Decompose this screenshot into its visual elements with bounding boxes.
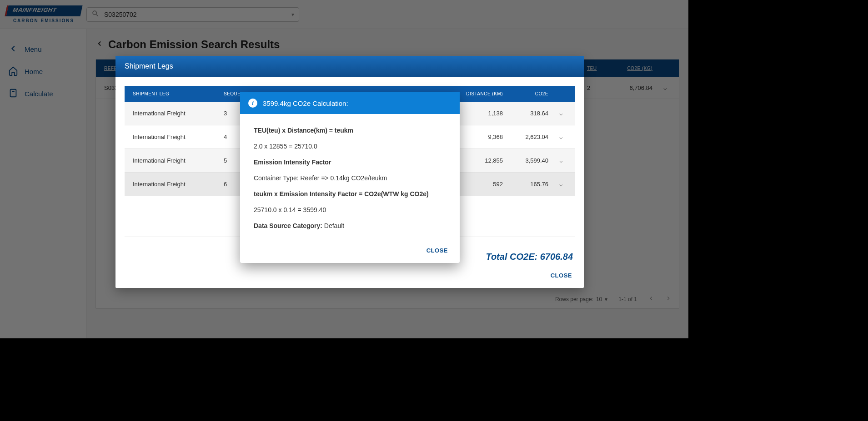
cell-co2e: 165.76 bbox=[507, 181, 552, 188]
total-value: 6706.84 bbox=[540, 252, 573, 262]
calc-formula-teukm-value: 2.0 x 12855 = 25710.0 bbox=[254, 142, 446, 151]
chevron-down-icon[interactable]: ⌵ bbox=[552, 110, 570, 117]
cell-leg: International Freight bbox=[129, 181, 220, 188]
cell-co2e: 3,599.40 bbox=[507, 157, 552, 164]
chevron-down-icon[interactable]: ⌵ bbox=[552, 134, 570, 140]
calc-modal-header: i 3599.4kg CO2e Calculation: bbox=[240, 92, 460, 114]
calc-co2e-formula-label: teukm x Emission Intensity Factor = CO2e… bbox=[254, 189, 446, 199]
total-label: Total CO2E: bbox=[486, 252, 537, 262]
calculation-modal: i 3599.4kg CO2e Calculation: TEU(teu) x … bbox=[240, 92, 460, 263]
col-header-co2e[interactable]: CO2E bbox=[507, 91, 552, 96]
cell-distance: 9,368 bbox=[461, 134, 507, 140]
col-header-distance[interactable]: DISTANCE (KM) bbox=[461, 91, 507, 96]
cell-co2e: 318.64 bbox=[507, 110, 552, 117]
cell-distance: 592 bbox=[461, 181, 507, 188]
calc-eif-label: Emission Intensity Factor bbox=[254, 158, 446, 167]
cell-leg: International Freight bbox=[129, 157, 220, 164]
calc-eif-value: Container Type: Reefer => 0.14kg CO2e/te… bbox=[254, 173, 446, 183]
close-button[interactable]: CLOSE bbox=[546, 269, 577, 282]
calc-data-source: Data Source Category: Default bbox=[254, 221, 446, 231]
chevron-down-icon[interactable]: ⌵ bbox=[552, 157, 570, 164]
modal-title: Shipment Legs bbox=[115, 56, 584, 77]
cell-co2e: 2,623.04 bbox=[507, 134, 552, 140]
cell-distance: 1,138 bbox=[461, 110, 507, 117]
cell-leg: International Freight bbox=[129, 110, 220, 117]
calc-formula-teukm-label: TEU(teu) x Distance(km) = teukm bbox=[254, 126, 446, 135]
calc-modal-title: 3599.4kg CO2e Calculation: bbox=[263, 99, 348, 107]
chevron-down-icon[interactable]: ⌵ bbox=[552, 181, 570, 188]
info-icon: i bbox=[248, 99, 257, 108]
col-header-leg[interactable]: SHIPMENT LEG bbox=[129, 91, 220, 96]
cell-distance: 12,855 bbox=[461, 157, 507, 164]
calc-co2e-formula-value: 25710.0 x 0.14 = 3599.40 bbox=[254, 205, 446, 215]
close-button[interactable]: CLOSE bbox=[422, 244, 452, 257]
cell-leg: International Freight bbox=[129, 134, 220, 140]
